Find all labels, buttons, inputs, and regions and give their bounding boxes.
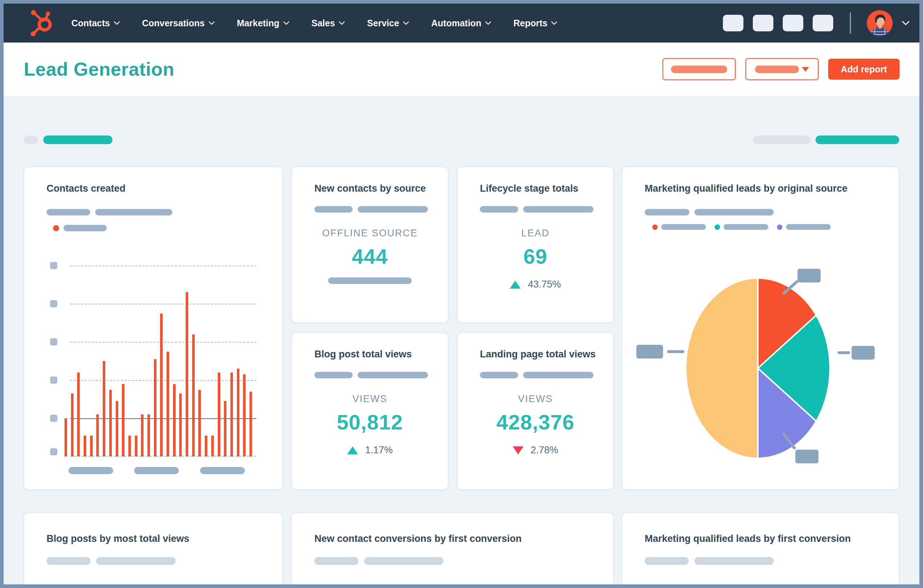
card-subtitle-placeholders [46, 557, 176, 565]
header-actions: Add report [662, 58, 900, 80]
trend-up-icon [510, 281, 521, 288]
delta-value: 43.75% [528, 279, 561, 290]
nav-divider [850, 12, 851, 34]
card-subtitle-placeholders [480, 372, 593, 378]
nav-item-label: Marketing [237, 18, 279, 28]
legend-dot-orange [53, 225, 59, 231]
bar [103, 361, 105, 457]
metric-delta: 2.78% [458, 445, 613, 456]
card-subtitle-placeholders [314, 206, 428, 213]
delta-value: 2.78% [531, 445, 558, 456]
bar [122, 384, 125, 457]
nav-item-conversations[interactable]: Conversations [142, 18, 215, 28]
bar [224, 401, 227, 457]
card-title: New contacts by source [314, 183, 426, 194]
top-nav: ContactsConversationsMarketingSalesServi… [3, 3, 920, 43]
dashboard-content: Contacts created New contacts by source … [3, 97, 920, 585]
legend-label-placeholder [661, 224, 706, 230]
hubspot-logo-icon[interactable] [29, 9, 55, 38]
nav-action-placeholder-4[interactable] [813, 15, 833, 31]
nav-item-reports[interactable]: Reports [513, 18, 557, 28]
filter-placeholder-pill [671, 66, 727, 73]
y-tick-placeholder [50, 300, 57, 307]
metric-delta: 1.17% [292, 445, 448, 456]
header-dropdown-button[interactable] [745, 58, 819, 80]
bar [173, 384, 176, 457]
date-filter-placeholder[interactable] [753, 136, 811, 144]
card-subtitle-placeholders [314, 557, 443, 565]
legend-label-placeholder [724, 224, 768, 230]
card-subtitle-placeholders [645, 209, 774, 215]
bar [179, 393, 182, 457]
nav-action-placeholder-1[interactable] [723, 15, 744, 31]
card-title: Blog post total views [314, 349, 412, 360]
nav-item-service[interactable]: Service [367, 18, 409, 28]
nav-item-label: Sales [312, 18, 335, 28]
metric-label: VIEWS [458, 393, 613, 405]
card-subtitle-placeholders [314, 372, 428, 378]
card-lifecycle-stage-totals: Lifecycle stage totals LEAD 69 43.75% [457, 167, 614, 323]
card-new-contact-conversions: New contact conversions by first convers… [291, 512, 614, 585]
y-tick-placeholder [50, 262, 57, 269]
dropdown-caret-icon [802, 67, 809, 72]
pie-legend-placeholder [652, 224, 831, 230]
legend-item-slice-orange [652, 224, 706, 230]
chevron-down-icon [283, 21, 289, 25]
nav-action-placeholder-3[interactable] [783, 15, 803, 31]
card-blog-post-total-views: Blog post total views VIEWS 50,812 1.17% [291, 332, 448, 490]
bar [243, 374, 246, 457]
metric-value: 69 [458, 244, 613, 269]
nav-item-sales[interactable]: Sales [312, 18, 345, 28]
bar [154, 359, 156, 457]
x-label-placeholder [200, 467, 245, 474]
card-title: New contact conversions by first convers… [314, 533, 522, 544]
y-tick-placeholder [50, 415, 57, 422]
card-new-contacts-by-source: New contacts by source OFFLINE SOURCE 44… [291, 167, 448, 323]
nav-item-automation[interactable]: Automation [431, 18, 491, 28]
metric-label: OFFLINE SOURCE [292, 228, 448, 239]
bar [84, 436, 86, 457]
nav-item-contacts[interactable]: Contacts [71, 18, 120, 28]
chart-legend-placeholder [53, 225, 107, 231]
action-filter-placeholder[interactable] [816, 136, 899, 144]
trend-down-icon [513, 446, 524, 454]
card-title: Landing page total views [480, 349, 596, 360]
metric-footer-placeholder [328, 277, 412, 284]
header-filter-button[interactable] [662, 58, 736, 80]
bar [135, 436, 137, 457]
bar [90, 436, 93, 457]
add-report-button[interactable]: Add report [828, 59, 900, 80]
x-label-placeholder [69, 467, 113, 474]
dashboard-name-placeholder[interactable] [43, 136, 112, 144]
dashboard-tab-placeholder[interactable] [23, 136, 38, 144]
nav-item-label: Contacts [71, 18, 110, 28]
bar [71, 393, 74, 457]
metric-label: LEAD [458, 228, 613, 239]
bar [198, 390, 201, 457]
user-avatar[interactable] [867, 10, 893, 36]
callout-bottom-box [795, 450, 818, 464]
delta-value: 1.17% [365, 445, 393, 456]
nav-item-marketing[interactable]: Marketing [237, 18, 289, 28]
card-mql-by-first-conversion: Marketing qualified leads by first conve… [622, 512, 900, 585]
chevron-down-icon [209, 21, 215, 25]
card-contacts-created: Contacts created [23, 167, 283, 490]
card-subtitle-placeholders [46, 209, 172, 215]
bar [148, 414, 150, 457]
legend-dot [652, 224, 658, 230]
bar [250, 391, 252, 457]
bar [167, 352, 169, 457]
metric-value: 444 [292, 244, 448, 269]
legend-item-slice-teal [714, 224, 768, 230]
avatar-chevron-icon[interactable] [902, 21, 909, 25]
callout-top-right-box [798, 269, 821, 282]
nav-item-label: Reports [513, 18, 547, 28]
legend-item-slice-purple [777, 224, 831, 230]
nav-item-label: Service [367, 18, 399, 28]
card-subtitle-placeholders [645, 557, 774, 565]
nav-action-placeholder-2[interactable] [753, 15, 774, 31]
nav-menu: ContactsConversationsMarketingSalesServi… [71, 18, 557, 28]
card-title: Marketing qualified leads by first conve… [645, 533, 851, 544]
page-header: Lead Generation Add report [3, 43, 920, 97]
y-tick-placeholder [50, 448, 57, 455]
